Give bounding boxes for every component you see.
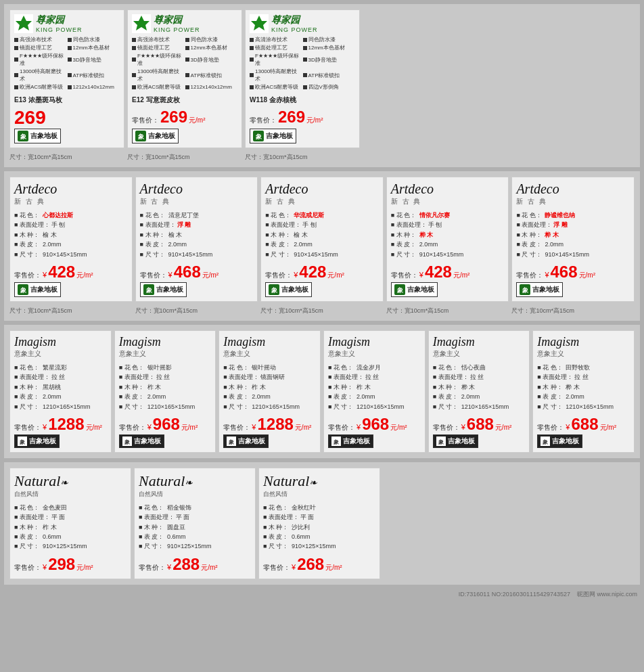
king-power-logo-icon-3 <box>250 14 269 33</box>
brand-label-a4: 吉象地板 <box>407 285 434 294</box>
brand-icon-i1: 象 <box>18 436 27 446</box>
price-label-k3: 零售价： <box>250 116 277 125</box>
price-label-k2: 零售价： <box>132 116 159 125</box>
price-area-i1: 零售价： ¥ 1288 元/m² <box>14 416 107 432</box>
card-artdeco-5: Artdeco 新 古 典 ■ 花 色：静谧维也纳 ■ 表面处理：浮 雕 ■ 木… <box>511 177 635 302</box>
price-unit-k2: 元/m² <box>189 116 205 125</box>
card-imagism-5: Imagism 意象主义 ■ 花 色：恬心夜曲 ■ 表面处理：拉 丝 ■ 木 种… <box>428 330 530 453</box>
brand-label-i4: 吉象地板 <box>343 436 370 446</box>
price-area-a1: 零售价： ¥ 428 元/m² <box>14 264 128 280</box>
brand-label-i5: 吉象地板 <box>448 436 475 446</box>
price-area-i4: 零售价： ¥ 968 元/m² <box>328 416 421 432</box>
site-watermark: 昵图网 www.nipic.com <box>577 591 637 598</box>
brand-label-a3: 吉象地板 <box>281 285 308 294</box>
price-unit-k3: 元/m² <box>306 116 323 125</box>
spec-list-n1: ■ 花 色：金色麦田 ■ 表面处理：平 面 ■ 木 种：柞 木 ■ 表 皮：0.… <box>14 503 127 552</box>
brand-label-a5: 吉象地板 <box>532 285 559 294</box>
row2-dimensions: 尺寸：宽10cm*高15cm 尺寸：宽10cm*高15cm 尺寸：宽10cm*高… <box>9 305 635 315</box>
product-name-k3: W118 金赤核桃 <box>250 95 355 105</box>
svg-text:象: 象 <box>20 439 26 445</box>
card-imagism-1: Imagism 意象主义 ■ 花 色：繁星流彩 ■ 表面处理：拉 丝 ■ 木 种… <box>9 330 112 453</box>
svg-text:象: 象 <box>396 287 403 294</box>
card-artdeco-1: Artdeco 新 古 典 ■ 花 色：心都达拉斯 ■ 表面处理：手 刨 ■ 木… <box>9 177 133 302</box>
features-2: 高强涂布技术 同色防水漆 镜面处理工艺 12mm本色基材 F★★★★级环保标准 … <box>132 36 237 91</box>
price-area-n2: 零售价： ¥ 288 元/m² <box>139 556 251 573</box>
spec-list-a4: ■ 花 色：情依凡尔赛 ■ 表面处理：手 刨 ■ 木 种：桦 木 ■ 表 皮：2… <box>391 210 505 259</box>
product-name-k1: E13 浓墨斑马枚 <box>14 95 120 105</box>
watermark-area: ID:7316011 NO:20160301115429743527 昵图网 w… <box>4 589 640 600</box>
price-area-k3: 零售价： 269 元/m² <box>250 109 355 125</box>
price-area-n1: 零售价： ¥ 298 元/m² <box>14 556 127 573</box>
section-row1: 尊家园 KING POWER 高强涂布技术 同色防水漆 镜面处理工艺 12mm本… <box>4 4 640 167</box>
spec-list-a2: ■ 花 色：清意尼丁堡 ■ 表面处理：浮 雕 ■ 木 种：榆 木 ■ 表 皮：2… <box>140 210 254 259</box>
brand-footer-a4: 象 吉象地板 <box>391 282 438 297</box>
svg-text:象: 象 <box>256 133 262 140</box>
svg-text:象: 象 <box>271 287 278 294</box>
section-row3: Imagism 意象主义 ■ 花 色：繁星流彩 ■ 表面处理：拉 丝 ■ 木 种… <box>4 325 640 458</box>
brand-footer-i2: 象 吉象地板 <box>119 434 164 448</box>
card-row-1: 尊家园 KING POWER 高强涂布技术 同色防水漆 镜面处理工艺 12mm本… <box>9 9 635 148</box>
logo-area-2: 尊家园 KING POWER <box>132 14 237 33</box>
card-artdeco-3: Artdeco 新 古 典 ■ 花 色：华流戒尼斯 ■ 表面处理：手 刨 ■ 木… <box>260 177 384 302</box>
brand-footer-i4: 象 吉象地板 <box>328 434 373 448</box>
svg-text:象: 象 <box>334 439 340 445</box>
artdeco-logo-1: Artdeco 新 古 典 <box>14 181 128 206</box>
brand-sub-1: KING POWER <box>36 26 83 33</box>
svg-text:象: 象 <box>438 439 444 445</box>
features-1: 高强涂布技术 同色防水漆 镜面处理工艺 12mm本色基材 F★★★★级环保标准 … <box>14 36 120 91</box>
brand-icon-i4: 象 <box>331 436 341 446</box>
card-king-1: 尊家园 KING POWER 高强涂布技术 同色防水漆 镜面处理工艺 12mm本… <box>9 9 124 148</box>
king-power-logo-icon-2 <box>132 14 151 33</box>
card-king-3: 尊家园 KING POWER 高清涂布技术 同色防水漆 镜面处理工艺 12mm本… <box>245 9 360 148</box>
spec-list-i1: ■ 花 色：繁星流彩 ■ 表面处理：拉 丝 ■ 木 种：黑胡桃 ■ 表 皮：2.… <box>14 363 107 411</box>
brand-icon-i2: 象 <box>122 436 132 446</box>
svg-text:象: 象 <box>138 133 145 140</box>
artdeco-logo-3: Artdeco 新 古 典 <box>265 181 379 206</box>
spec-list-i5: ■ 花 色：恬心夜曲 ■ 表面处理：拉 丝 ■ 木 种：桦 木 ■ 表 皮：2.… <box>433 363 526 411</box>
card-imagism-3: Imagism 意象主义 ■ 花 色：银叶摇动 ■ 表面处理：镜面钢研 ■ 木 … <box>218 330 321 453</box>
brand-label-k1: 吉象地板 <box>30 131 58 141</box>
brand-footer-a2: 象 吉象地板 <box>140 282 187 297</box>
card-row-3: Imagism 意象主义 ■ 花 色：繁星流彩 ■ 表面处理：拉 丝 ■ 木 种… <box>9 330 635 453</box>
imagism-logo-4: Imagism 意象主义 <box>328 335 421 359</box>
price-area-i2: 零售价： ¥ 968 元/m² <box>119 416 212 432</box>
brand-footer-a5: 象 吉象地板 <box>516 282 563 297</box>
price-area-i5: 零售价： ¥ 688 元/m² <box>433 416 526 432</box>
card-imagism-4: Imagism 意象主义 ■ 花 色：流金岁月 ■ 表面处理：拉 丝 ■ 木 种… <box>323 330 426 453</box>
brand-label-i6: 吉象地板 <box>552 436 579 446</box>
price-area-k1: 269 <box>14 108 120 127</box>
svg-text:象: 象 <box>145 287 152 294</box>
main-container: 尊家园 KING POWER 高强涂布技术 同色防水漆 镜面处理工艺 12mm本… <box>0 0 644 604</box>
watermark-id: ID:7316011 NO:20160301115429743527 <box>459 591 570 598</box>
brand-sub-2: KING POWER <box>154 26 200 33</box>
card-row-4: Natural❧ 自然风情 ■ 花 色：金色麦田 ■ 表面处理：平 面 ■ 木 … <box>9 468 635 579</box>
card-king-2: 尊家园 KING POWER 高强涂布技术 同色防水漆 镜面处理工艺 12mm本… <box>127 9 242 148</box>
brand-footer-k3: 象 吉象地板 <box>250 129 296 143</box>
brand-icon-a3: 象 <box>269 284 279 295</box>
spec-list-n2: ■ 花 色：稻金银饰 ■ 表面处理：平 面 ■ 木 种：圆盘豆 ■ 表 皮：0.… <box>139 503 251 552</box>
brand-footer-a1: 象 吉象地板 <box>14 282 61 297</box>
svg-text:象: 象 <box>20 287 27 294</box>
logo-area-1: 尊家园 KING POWER <box>14 14 120 33</box>
card-natural-3: Natural❧ 自然风情 ■ 花 色：金秋红叶 ■ 表面处理：平 面 ■ 木 … <box>258 468 380 579</box>
natural-logo-3: Natural❧ 自然风情 <box>263 472 375 499</box>
imagism-logo-2: Imagism 意象主义 <box>119 335 212 359</box>
brand-icon-a1: 象 <box>18 284 28 295</box>
svg-text:象: 象 <box>543 439 549 445</box>
dim-a5: 尺寸：宽10cm*高15cm <box>511 307 635 315</box>
brand-icon-i5: 象 <box>436 436 446 446</box>
price-k3: 269 <box>278 109 305 125</box>
price-area-a3: 零售价： ¥ 428 元/m² <box>265 264 379 280</box>
spec-list-i2: ■ 花 色：银叶摇影 ■ 表面处理：拉 丝 ■ 木 种：柞 木 ■ 表 皮：2.… <box>119 363 212 411</box>
brand-icon-a2: 象 <box>143 284 154 295</box>
brand-name-2: 尊家园 <box>154 14 200 26</box>
artdeco-logo-2: Artdeco 新 古 典 <box>140 181 254 206</box>
brand-icon-k2: 象 <box>135 131 146 141</box>
section-row2: Artdeco 新 古 典 ■ 花 色：心都达拉斯 ■ 表面处理：手 刨 ■ 木… <box>4 171 640 321</box>
artdeco-logo-5: Artdeco 新 古 典 <box>516 181 630 206</box>
card-natural-1: Natural❧ 自然风情 ■ 花 色：金色麦田 ■ 表面处理：平 面 ■ 木 … <box>9 468 131 579</box>
spec-list-a5: ■ 花 色：静谧维也纳 ■ 表面处理：浮 雕 ■ 木 种：桦 木 ■ 表 皮：2… <box>516 210 630 259</box>
dim-2: 尺寸：宽10cm*高15cm <box>127 153 242 162</box>
dim-3: 尺寸：宽10cm*高15cm <box>245 153 360 162</box>
spec-list-i3: ■ 花 色：银叶摇动 ■ 表面处理：镜面钢研 ■ 木 种：柞 木 ■ 表 皮：2… <box>223 363 316 411</box>
